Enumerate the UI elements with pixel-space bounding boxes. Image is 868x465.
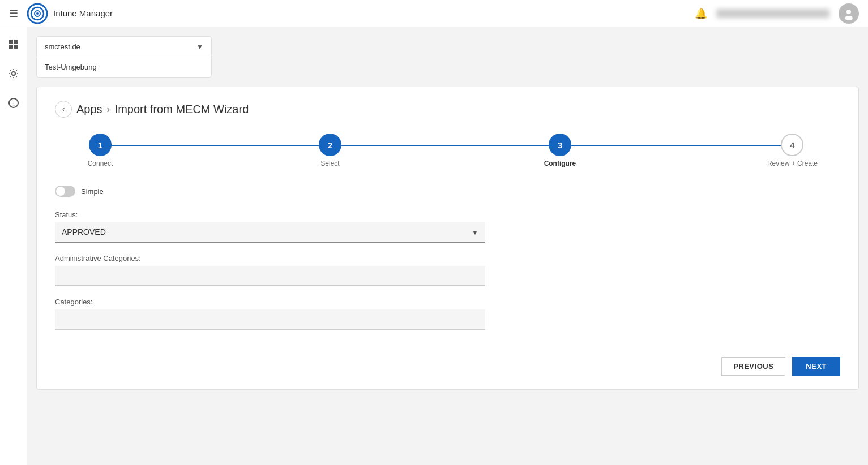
svg-rect-7	[14, 40, 18, 44]
tenant-selector: smctest.de ▼ Test-Umgebung	[36, 36, 212, 78]
tenant-domain: smctest.de	[45, 42, 80, 51]
svg-rect-8	[9, 45, 13, 49]
tenant-domain-row[interactable]: smctest.de ▼	[37, 37, 211, 57]
admin-categories-group: Administrative Categories:	[55, 254, 485, 286]
button-row: PREVIOUS NEXT	[55, 357, 840, 376]
app-logo: Intune Manager	[27, 3, 113, 24]
status-label: Status:	[55, 210, 485, 219]
back-arrow-icon: ‹	[62, 105, 65, 114]
categories-label: Categories:	[55, 298, 485, 306]
step-circle-4: 4	[781, 134, 803, 156]
page-card: ‹ Apps › Import from MECM Wizard 1 Conne…	[36, 87, 859, 390]
sidebar: i	[0, 27, 27, 465]
status-group: Status: APPROVED NOT APPROVED PENDING ▼	[55, 210, 485, 243]
toggle-thumb	[56, 187, 65, 196]
status-select-wrapper: APPROVED NOT APPROVED PENDING ▼	[55, 222, 485, 243]
breadcrumb: ‹ Apps › Import from MECM Wizard	[55, 101, 840, 118]
next-button[interactable]: NEXT	[792, 357, 840, 376]
step-select: 2 Select	[307, 134, 353, 167]
sidebar-grid-icon[interactable]	[3, 34, 24, 54]
step-circle-3: 3	[549, 134, 571, 156]
svg-point-4	[846, 10, 851, 14]
simple-toggle-row: Simple	[55, 186, 840, 197]
step-circle-1: 1	[89, 134, 112, 156]
simple-toggle[interactable]	[55, 186, 75, 197]
svg-point-10	[12, 72, 15, 75]
svg-rect-9	[14, 45, 18, 49]
step-configure: 3 Configure	[537, 134, 583, 167]
previous-button[interactable]: PREVIOUS	[721, 357, 785, 376]
breadcrumb-apps[interactable]: Apps	[76, 103, 102, 116]
step-review: 4 Review + Create	[767, 134, 818, 167]
admin-categories-input[interactable]	[55, 266, 485, 286]
svg-point-5	[845, 16, 853, 20]
step-label-select: Select	[320, 160, 339, 167]
step-circle-2: 2	[319, 134, 341, 156]
svg-point-3	[36, 12, 39, 15]
grid-icon	[8, 38, 19, 50]
step-label-connect: Connect	[88, 160, 113, 167]
tenant-environment: Test-Umgebung	[45, 63, 97, 71]
sidebar-info-icon[interactable]: i	[3, 93, 24, 113]
step-connect: 1 Connect	[78, 134, 123, 167]
user-info-blurred	[716, 9, 829, 18]
tenant-dropdown-arrow: ▼	[196, 43, 203, 51]
avatar-icon	[843, 7, 855, 20]
simple-toggle-label: Simple	[81, 187, 104, 196]
main-content: smctest.de ▼ Test-Umgebung ‹ Apps › Impo…	[27, 27, 868, 465]
hamburger-icon[interactable]: ☰	[9, 7, 18, 20]
wizard-stepper: 1 Connect 2 Select 3 Configure 4 Review …	[55, 134, 840, 167]
form-section: Status: APPROVED NOT APPROVED PENDING ▼ …	[55, 210, 485, 330]
avatar[interactable]	[839, 3, 859, 24]
categories-group: Categories:	[55, 298, 485, 330]
step-label-configure: Configure	[544, 160, 576, 167]
logo-svg	[27, 3, 48, 24]
info-icon: i	[8, 97, 19, 109]
tenant-environment-row[interactable]: Test-Umgebung	[37, 57, 211, 77]
admin-categories-label: Administrative Categories:	[55, 254, 485, 262]
app-title: Intune Manager	[53, 8, 113, 18]
svg-rect-6	[9, 40, 13, 44]
gear-icon	[8, 68, 19, 79]
navbar-right: 🔔	[695, 3, 859, 24]
svg-text:i: i	[13, 100, 15, 107]
sidebar-gear-icon[interactable]	[3, 63, 24, 84]
back-button[interactable]: ‹	[55, 101, 72, 118]
stepper-steps: 1 Connect 2 Select 3 Configure 4 Review …	[78, 134, 818, 167]
bell-icon[interactable]: 🔔	[695, 7, 707, 20]
navbar: ☰ Intune Manager 🔔	[0, 0, 868, 27]
breadcrumb-separator: ›	[107, 104, 110, 115]
status-select[interactable]: APPROVED NOT APPROVED PENDING	[55, 222, 485, 243]
categories-input[interactable]	[55, 309, 485, 330]
step-label-review: Review + Create	[767, 160, 818, 167]
breadcrumb-page-title: Import from MECM Wizard	[115, 103, 249, 116]
